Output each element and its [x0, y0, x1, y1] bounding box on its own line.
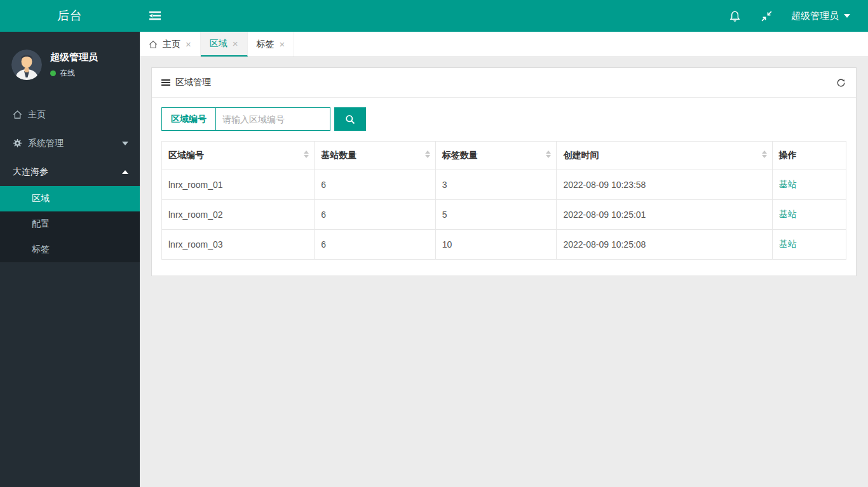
main-content: 区域管理 区域编号 [140, 57, 868, 487]
area-management-panel: 区域管理 区域编号 [151, 67, 857, 276]
column-header-area-id[interactable]: 区域编号 [162, 142, 315, 170]
table-row: lnrx_room_02 6 5 2022-08-09 10:25:01 基站 [162, 200, 846, 230]
table-cell: 5 [435, 200, 557, 230]
tab-area[interactable]: 区域 × [201, 32, 248, 57]
close-icon[interactable]: × [233, 38, 238, 49]
sidebar-item-config[interactable]: 配置 [0, 211, 140, 237]
column-header-actions: 操作 [772, 142, 846, 170]
sidebar-toggle-icon[interactable] [140, 0, 170, 32]
sort-icon[interactable] [762, 150, 767, 158]
app-header: 后台 超级管理员 [0, 0, 868, 32]
sidebar-item-label: 系统管理 [28, 138, 64, 149]
table-cell: lnrx_room_02 [162, 200, 315, 230]
base-station-link[interactable]: 基站 [779, 239, 797, 249]
table-row: lnrx_room_03 6 10 2022-08-09 10:25:08 基站 [162, 230, 846, 260]
sidebar-item-home[interactable]: 主页 [0, 100, 140, 129]
caret-down-icon [122, 142, 128, 145]
table-cell: 基站 [772, 170, 846, 200]
base-station-link[interactable]: 基站 [779, 209, 797, 219]
panel-title: 区域管理 [175, 77, 211, 88]
user-menu-label: 超级管理员 [791, 10, 839, 22]
bell-icon[interactable] [719, 0, 750, 32]
search-icon [345, 114, 355, 124]
table-cell: 2022-08-09 10:23:58 [557, 170, 772, 200]
user-menu[interactable]: 超级管理员 [782, 0, 868, 32]
sidebar-item-system[interactable]: 系统管理 [0, 129, 140, 157]
top-navbar: 超级管理员 [140, 0, 868, 32]
caret-up-icon [122, 170, 128, 174]
panel-body: 区域编号 区域编号 基站数量 [152, 98, 856, 276]
table-header-row: 区域编号 基站数量 标签数量 创建时间 [162, 142, 846, 170]
column-header-base-stations[interactable]: 基站数量 [315, 142, 436, 170]
table-cell: 6 [315, 200, 436, 230]
sort-icon[interactable] [425, 150, 430, 158]
table-row: lnrx_room_01 6 3 2022-08-09 10:23:58 基站 [162, 170, 846, 200]
close-icon[interactable]: × [186, 39, 191, 50]
table-cell: 基站 [772, 200, 846, 230]
table-cell: 10 [435, 230, 557, 260]
table-cell: 3 [435, 170, 557, 200]
sidebar-item-label: 大连海参 [13, 166, 48, 178]
base-station-link[interactable]: 基站 [779, 179, 797, 189]
sort-icon[interactable] [546, 150, 551, 158]
navbar-right: 超级管理员 [719, 0, 868, 32]
search-button[interactable] [334, 107, 366, 131]
column-header-created-at[interactable]: 创建时间 [557, 142, 772, 170]
sidebar-item-tag[interactable]: 标签 [0, 237, 140, 262]
area-id-input[interactable] [215, 107, 330, 131]
refresh-icon[interactable] [836, 77, 846, 88]
table-cell: 2022-08-09 10:25:08 [557, 230, 772, 260]
sidebar-item-label: 主页 [28, 109, 46, 121]
search-field-label: 区域编号 [161, 107, 215, 131]
table-cell: lnrx_room_03 [162, 230, 315, 260]
online-dot-icon [50, 70, 56, 76]
sort-icon[interactable] [304, 150, 309, 158]
sidebar-item-label: 区域 [32, 193, 50, 204]
area-table: 区域编号 基站数量 标签数量 创建时间 [161, 141, 846, 260]
tab-label: 区域 [210, 38, 227, 50]
user-info: 超级管理员 在线 [50, 51, 98, 79]
sidebar-item-area[interactable]: 区域 [0, 186, 140, 211]
close-icon[interactable]: × [280, 39, 285, 50]
tab-tag[interactable]: 标签 × [248, 32, 295, 57]
sidebar-submenu: 区域 配置 标签 [0, 186, 140, 262]
user-status-label: 在线 [60, 68, 75, 79]
table-cell: 基站 [772, 230, 846, 260]
search-bar: 区域编号 [161, 107, 846, 131]
sidebar: 超级管理员 在线 主页 [0, 32, 140, 487]
sidebar-item-label: 标签 [32, 244, 50, 255]
sidebar-item-label: 配置 [32, 218, 50, 230]
user-status: 在线 [50, 68, 98, 79]
sidebar-item-dalian[interactable]: 大连海参 [0, 157, 140, 186]
list-bars-icon [161, 78, 170, 87]
table-cell: 6 [315, 170, 436, 200]
app-logo: 后台 [0, 0, 140, 32]
table-cell: 2022-08-09 10:25:01 [557, 200, 772, 230]
caret-down-icon [844, 14, 850, 18]
home-icon [13, 110, 28, 119]
user-name: 超级管理员 [50, 51, 98, 63]
fullscreen-compress-icon[interactable] [750, 0, 782, 32]
table-cell: lnrx_room_01 [162, 170, 315, 200]
sidebar-menu: 主页 系统管理 大连海参 区域 [0, 100, 140, 262]
tab-home[interactable]: 主页 × [140, 32, 201, 57]
table-cell: 6 [315, 230, 436, 260]
home-icon [149, 40, 158, 49]
sidebar-user-panel: 超级管理员 在线 [0, 32, 140, 93]
panel-header: 区域管理 [152, 68, 856, 98]
tab-label: 标签 [257, 39, 275, 50]
gear-icon [13, 138, 28, 148]
tab-label: 主页 [163, 39, 180, 50]
column-header-tag-count[interactable]: 标签数量 [435, 142, 557, 170]
avatar [11, 50, 42, 80]
tab-bar: 主页 × 区域 × 标签 × [140, 32, 868, 57]
